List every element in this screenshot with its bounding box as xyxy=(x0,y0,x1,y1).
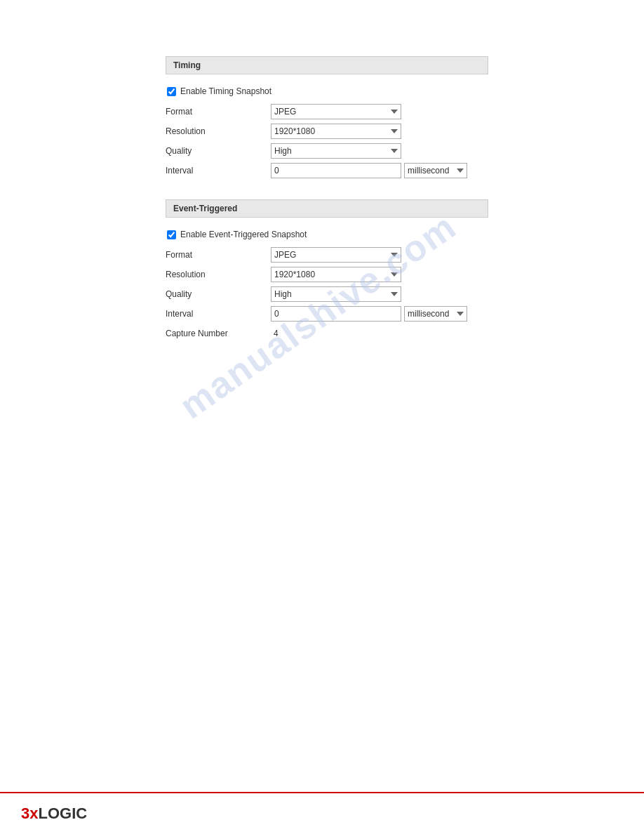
event-interval-control: millisecond second minute xyxy=(271,306,488,322)
timing-interval-label: Interval xyxy=(166,166,271,176)
event-interval-unit-select[interactable]: millisecond second minute xyxy=(404,306,467,322)
event-format-control: JPEG PNG BMP xyxy=(271,247,488,263)
timing-quality-control: High Medium Low xyxy=(271,143,488,159)
event-interval-input[interactable] xyxy=(271,306,401,322)
event-quality-control: High Medium Low xyxy=(271,286,488,302)
content-area: Timing Enable Timing Snapshot Format JPE… xyxy=(166,0,488,348)
timing-format-row: Format JPEG PNG BMP xyxy=(166,103,488,120)
timing-format-control: JPEG PNG BMP xyxy=(271,104,488,119)
event-resolution-row: Resolution 1920*1080 1280*720 640*480 xyxy=(166,266,488,283)
timing-format-select[interactable]: JPEG PNG BMP xyxy=(271,104,401,119)
logo: 3xLOGIC xyxy=(21,805,87,823)
logo-3x: 3x xyxy=(21,805,38,823)
event-capture-number-label: Capture Number xyxy=(166,329,271,338)
event-format-label: Format xyxy=(166,250,271,260)
event-capture-number-control: 4 xyxy=(271,328,488,339)
timing-section-header: Timing xyxy=(166,56,488,74)
footer: 3xLOGIC xyxy=(0,792,644,834)
timing-enable-row: Enable Timing Snapshot xyxy=(166,84,488,99)
timing-enable-checkbox[interactable] xyxy=(167,87,176,96)
event-interval-label: Interval xyxy=(166,309,271,319)
event-quality-row: Quality High Medium Low xyxy=(166,286,488,303)
event-quality-label: Quality xyxy=(166,289,271,299)
timing-interval-row: Interval millisecond second minute xyxy=(166,162,488,179)
event-triggered-section: Event-Triggered Enable Event-Triggered S… xyxy=(166,199,488,348)
event-quality-select[interactable]: High Medium Low xyxy=(271,286,401,302)
timing-resolution-select[interactable]: 1920*1080 1280*720 640*480 xyxy=(271,124,401,139)
event-capture-number-value: 4 xyxy=(271,328,281,339)
timing-section-body: Enable Timing Snapshot Format JPEG PNG B… xyxy=(166,80,488,185)
timing-quality-row: Quality High Medium Low xyxy=(166,143,488,159)
logo-logic: LOGIC xyxy=(38,805,87,823)
timing-resolution-control: 1920*1080 1280*720 640*480 xyxy=(271,124,488,139)
event-triggered-section-body: Enable Event-Triggered Snapshot Format J… xyxy=(166,223,488,348)
event-enable-row: Enable Event-Triggered Snapshot xyxy=(166,227,488,242)
event-triggered-section-header: Event-Triggered xyxy=(166,199,488,218)
page-container: manualshive.com Timing Enable Timing Sna… xyxy=(0,0,644,834)
event-capture-number-row: Capture Number 4 xyxy=(166,325,488,342)
timing-resolution-label: Resolution xyxy=(166,126,271,136)
event-resolution-label: Resolution xyxy=(166,270,271,279)
timing-interval-unit-select[interactable]: millisecond second minute xyxy=(404,163,467,178)
timing-quality-label: Quality xyxy=(166,146,271,156)
event-resolution-select[interactable]: 1920*1080 1280*720 640*480 xyxy=(271,267,401,282)
event-format-row: Format JPEG PNG BMP xyxy=(166,246,488,263)
timing-quality-select[interactable]: High Medium Low xyxy=(271,143,401,159)
event-interval-row: Interval millisecond second minute xyxy=(166,305,488,322)
event-format-select[interactable]: JPEG PNG BMP xyxy=(271,247,401,263)
event-enable-checkbox[interactable] xyxy=(167,230,176,239)
timing-format-label: Format xyxy=(166,107,271,117)
timing-section: Timing Enable Timing Snapshot Format JPE… xyxy=(166,56,488,185)
timing-resolution-row: Resolution 1920*1080 1280*720 640*480 xyxy=(166,123,488,140)
event-resolution-control: 1920*1080 1280*720 640*480 xyxy=(271,267,488,282)
timing-interval-input[interactable] xyxy=(271,163,401,178)
timing-interval-control: millisecond second minute xyxy=(271,163,488,178)
timing-enable-label: Enable Timing Snapshot xyxy=(180,86,271,96)
event-enable-label: Enable Event-Triggered Snapshot xyxy=(180,230,307,239)
